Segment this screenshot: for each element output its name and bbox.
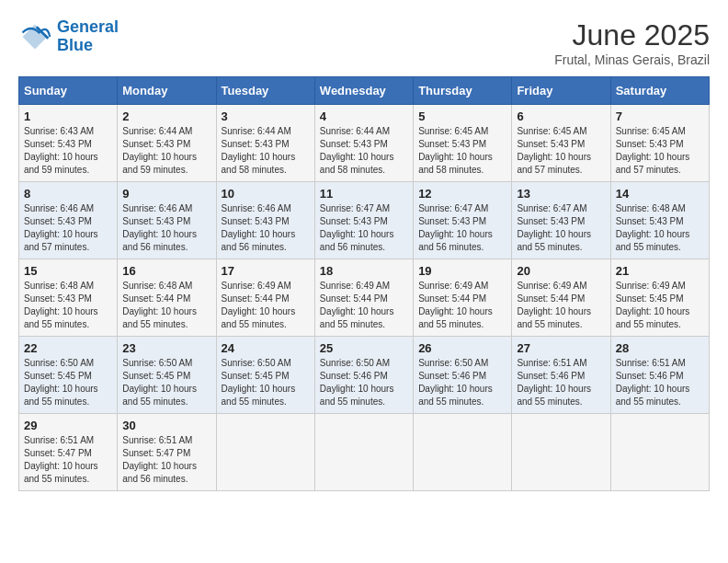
day-number: 13	[517, 187, 605, 201]
calendar-cell: 27 Sunrise: 6:51 AMSunset: 5:46 PMDaylig…	[512, 337, 610, 414]
title-area: June 2025 Frutal, Minas Gerais, Brazil	[554, 18, 710, 67]
calendar-table: SundayMondayTuesdayWednesdayThursdayFrid…	[18, 76, 710, 491]
calendar-cell: 12 Sunrise: 6:47 AMSunset: 5:43 PMDaylig…	[414, 182, 512, 259]
day-number: 23	[122, 341, 210, 355]
calendar-cell: 23 Sunrise: 6:50 AMSunset: 5:45 PMDaylig…	[118, 337, 216, 414]
day-number: 3	[222, 109, 310, 123]
calendar-cell: 3 Sunrise: 6:44 AMSunset: 5:43 PMDayligh…	[216, 105, 314, 182]
calendar-cell: 9 Sunrise: 6:46 AMSunset: 5:43 PMDayligh…	[118, 182, 216, 259]
calendar-cell: 22 Sunrise: 6:50 AMSunset: 5:45 PMDaylig…	[19, 337, 118, 414]
logo-line2: Blue	[57, 36, 93, 54]
day-number: 14	[616, 187, 704, 201]
weekday-header: Tuesday	[216, 77, 314, 105]
calendar-cell: 17 Sunrise: 6:49 AMSunset: 5:44 PMDaylig…	[216, 259, 314, 337]
weekday-header: Sunday	[19, 77, 118, 105]
day-info: Sunrise: 6:45 AMSunset: 5:43 PMDaylight:…	[418, 125, 506, 177]
calendar-cell	[414, 414, 512, 491]
day-number: 12	[418, 187, 506, 201]
calendar-cell: 2 Sunrise: 6:44 AMSunset: 5:43 PMDayligh…	[118, 105, 216, 182]
day-number: 30	[122, 419, 210, 432]
calendar-cell: 8 Sunrise: 6:46 AMSunset: 5:43 PMDayligh…	[19, 182, 118, 259]
day-number: 19	[418, 264, 506, 278]
day-info: Sunrise: 6:50 AMSunset: 5:46 PMDaylight:…	[418, 357, 506, 408]
day-info: Sunrise: 6:48 AMSunset: 5:43 PMDaylight:…	[616, 202, 704, 254]
day-number: 11	[320, 187, 408, 201]
day-info: Sunrise: 6:51 AMSunset: 5:46 PMDaylight:…	[517, 357, 605, 408]
calendar-cell: 1 Sunrise: 6:43 AMSunset: 5:43 PMDayligh…	[19, 105, 118, 182]
day-number: 27	[517, 341, 605, 355]
calendar-cell: 19 Sunrise: 6:49 AMSunset: 5:44 PMDaylig…	[414, 259, 512, 337]
day-info: Sunrise: 6:50 AMSunset: 5:45 PMDaylight:…	[122, 357, 210, 408]
day-info: Sunrise: 6:49 AMSunset: 5:44 PMDaylight:…	[222, 280, 310, 331]
day-number: 5	[418, 109, 506, 123]
calendar-cell	[512, 414, 610, 491]
calendar-cell	[216, 414, 314, 491]
weekday-header: Friday	[512, 77, 610, 105]
weekday-header: Saturday	[610, 77, 709, 105]
day-info: Sunrise: 6:47 AMSunset: 5:43 PMDaylight:…	[418, 202, 506, 254]
calendar-cell: 16 Sunrise: 6:48 AMSunset: 5:44 PMDaylig…	[118, 259, 216, 337]
day-number: 29	[24, 419, 112, 432]
logo-icon	[18, 20, 51, 53]
calendar-cell: 5 Sunrise: 6:45 AMSunset: 5:43 PMDayligh…	[414, 105, 512, 182]
calendar-cell: 7 Sunrise: 6:45 AMSunset: 5:43 PMDayligh…	[610, 105, 709, 182]
calendar-cell: 13 Sunrise: 6:47 AMSunset: 5:43 PMDaylig…	[512, 182, 610, 259]
calendar-cell	[610, 414, 709, 491]
calendar-cell: 15 Sunrise: 6:48 AMSunset: 5:43 PMDaylig…	[19, 259, 118, 337]
day-info: Sunrise: 6:51 AMSunset: 5:47 PMDaylight:…	[122, 434, 210, 486]
calendar-cell: 4 Sunrise: 6:44 AMSunset: 5:43 PMDayligh…	[314, 105, 413, 182]
day-info: Sunrise: 6:48 AMSunset: 5:43 PMDaylight:…	[24, 280, 112, 331]
calendar-cell: 10 Sunrise: 6:46 AMSunset: 5:43 PMDaylig…	[216, 182, 314, 259]
calendar-cell: 20 Sunrise: 6:49 AMSunset: 5:44 PMDaylig…	[512, 259, 610, 337]
day-number: 10	[222, 187, 310, 201]
day-number: 15	[24, 264, 112, 278]
location: Frutal, Minas Gerais, Brazil	[554, 52, 710, 67]
day-info: Sunrise: 6:49 AMSunset: 5:44 PMDaylight:…	[517, 280, 605, 331]
day-number: 16	[122, 264, 210, 278]
calendar-cell: 18 Sunrise: 6:49 AMSunset: 5:44 PMDaylig…	[314, 259, 413, 337]
day-info: Sunrise: 6:49 AMSunset: 5:45 PMDaylight:…	[616, 280, 704, 331]
day-info: Sunrise: 6:50 AMSunset: 5:45 PMDaylight:…	[222, 357, 310, 408]
calendar-cell: 28 Sunrise: 6:51 AMSunset: 5:46 PMDaylig…	[610, 337, 709, 414]
calendar-cell: 24 Sunrise: 6:50 AMSunset: 5:45 PMDaylig…	[216, 337, 314, 414]
day-number: 17	[222, 264, 310, 278]
day-number: 6	[517, 109, 605, 123]
day-info: Sunrise: 6:44 AMSunset: 5:43 PMDaylight:…	[222, 125, 310, 177]
day-info: Sunrise: 6:46 AMSunset: 5:43 PMDaylight:…	[222, 202, 310, 254]
logo: General Blue	[18, 18, 119, 55]
day-number: 4	[320, 109, 408, 123]
month-title: June 2025	[554, 18, 710, 52]
logo-line1: General	[57, 17, 119, 36]
day-info: Sunrise: 6:49 AMSunset: 5:44 PMDaylight:…	[320, 280, 408, 331]
day-info: Sunrise: 6:44 AMSunset: 5:43 PMDaylight:…	[320, 125, 408, 177]
calendar-cell: 6 Sunrise: 6:45 AMSunset: 5:43 PMDayligh…	[512, 105, 610, 182]
calendar-cell: 25 Sunrise: 6:50 AMSunset: 5:46 PMDaylig…	[314, 337, 413, 414]
day-info: Sunrise: 6:51 AMSunset: 5:46 PMDaylight:…	[616, 357, 704, 408]
day-number: 25	[320, 341, 408, 355]
day-info: Sunrise: 6:51 AMSunset: 5:47 PMDaylight:…	[24, 434, 112, 486]
day-number: 8	[24, 187, 112, 201]
day-number: 22	[24, 341, 112, 355]
day-info: Sunrise: 6:47 AMSunset: 5:43 PMDaylight:…	[320, 202, 408, 254]
day-info: Sunrise: 6:45 AMSunset: 5:43 PMDaylight:…	[517, 125, 605, 177]
day-number: 18	[320, 264, 408, 278]
day-number: 7	[616, 109, 704, 123]
weekday-header: Thursday	[414, 77, 512, 105]
calendar-cell: 30 Sunrise: 6:51 AMSunset: 5:47 PMDaylig…	[118, 414, 216, 491]
day-info: Sunrise: 6:46 AMSunset: 5:43 PMDaylight:…	[24, 202, 112, 254]
day-info: Sunrise: 6:45 AMSunset: 5:43 PMDaylight:…	[616, 125, 704, 177]
day-info: Sunrise: 6:47 AMSunset: 5:43 PMDaylight:…	[517, 202, 605, 254]
day-number: 26	[418, 341, 506, 355]
day-info: Sunrise: 6:46 AMSunset: 5:43 PMDaylight:…	[122, 202, 210, 254]
calendar-cell: 29 Sunrise: 6:51 AMSunset: 5:47 PMDaylig…	[19, 414, 118, 491]
calendar-cell	[314, 414, 413, 491]
day-number: 9	[122, 187, 210, 201]
day-info: Sunrise: 6:43 AMSunset: 5:43 PMDaylight:…	[24, 125, 112, 177]
day-number: 28	[616, 341, 704, 355]
day-number: 24	[222, 341, 310, 355]
day-info: Sunrise: 6:50 AMSunset: 5:45 PMDaylight:…	[24, 357, 112, 408]
day-number: 20	[517, 264, 605, 278]
day-info: Sunrise: 6:49 AMSunset: 5:44 PMDaylight:…	[418, 280, 506, 331]
day-number: 21	[616, 264, 704, 278]
calendar-cell: 21 Sunrise: 6:49 AMSunset: 5:45 PMDaylig…	[610, 259, 709, 337]
